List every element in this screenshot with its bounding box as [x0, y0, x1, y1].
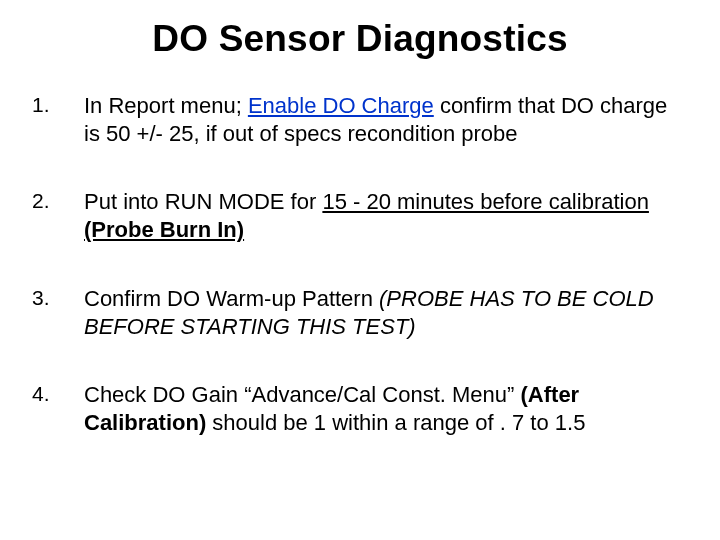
step-1-pre: In Report menu; — [84, 93, 248, 118]
step-4-a: Check DO Gain “Advance/Cal Const. Menu” — [84, 382, 521, 407]
step-number: 2. — [32, 188, 72, 215]
step-number: 4. — [32, 381, 72, 408]
step-number: 1. — [32, 92, 72, 119]
step-2-label: (Probe Burn In) — [84, 217, 244, 242]
step-2-pre: Put into RUN MODE for — [84, 189, 322, 214]
step-4: 4. Check DO Gain “Advance/Cal Const. Men… — [32, 381, 688, 437]
steps-list: 1. In Report menu; Enable DO Charge conf… — [32, 92, 688, 437]
step-2-timing: 15 - 20 minutes before calibration — [322, 189, 649, 214]
step-1: 1. In Report menu; Enable DO Charge conf… — [32, 92, 688, 148]
step-3: 3. Confirm DO Warm-up Pattern (PROBE HAS… — [32, 285, 688, 341]
step-4-c: should be 1 within a range of . 7 to 1.5 — [206, 410, 585, 435]
page-title: DO Sensor Diagnostics — [32, 18, 688, 60]
step-3-lead: Confirm DO Warm-up Pattern — [84, 286, 379, 311]
slide: DO Sensor Diagnostics 1. In Report menu;… — [0, 0, 720, 540]
step-2: 2. Put into RUN MODE for 15 - 20 minutes… — [32, 188, 688, 244]
step-number: 3. — [32, 285, 72, 312]
enable-do-charge-link[interactable]: Enable DO Charge — [248, 93, 434, 118]
